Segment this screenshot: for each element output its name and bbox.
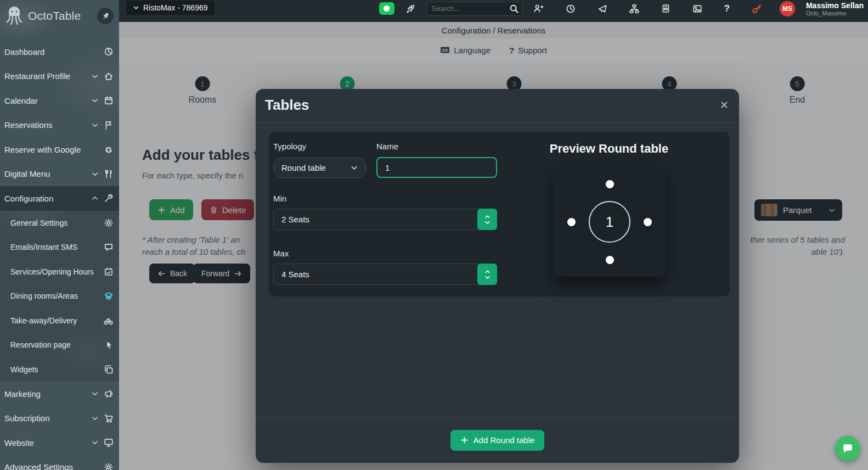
calendar-check-icon [104,267,114,277]
user-name: Massimo Sellan [806,2,864,10]
max-seats-input[interactable] [273,264,497,285]
chevron-up-icon [484,214,491,219]
table-form-card: Typology Round table Name Min Max Prev [269,132,730,296]
sidebar-subitem-reservation-page[interactable]: Reservation page [0,333,119,357]
sidebar-subitem-take-away-delivery[interactable]: Take-away/Delivery [0,309,119,333]
sidebar: OctoTable Dashboard Restaurant Profile C… [0,0,119,470]
cart-icon [104,413,114,423]
topbar: RistoMax - 786969 [119,0,868,22]
flag-icon [104,120,114,130]
gear-icon [104,462,114,470]
chat-bubble-icon [842,443,854,455]
sidebar-item-reservations[interactable]: Reservations [0,113,119,138]
sidebar-item-calendar[interactable]: Calendar [0,88,119,113]
preview-table-number: 1 [606,214,613,231]
sitemap-icon[interactable] [629,4,639,14]
sidebar-item-label: Subscription [4,413,50,423]
chevron-down-icon [350,164,358,172]
seat-dot [644,218,652,226]
workspace-selector[interactable]: RistoMax - 786969 [126,1,215,15]
sidebar-item-dashboard[interactable]: Dashboard [0,40,119,64]
preview-table-circle: 1 [589,201,630,243]
sidebar-item-advanced-settings[interactable]: Advanced Settings [0,455,119,470]
monitor-icon [104,438,114,447]
sidebar-item-label: General Settings [10,219,67,227]
min-seats-input[interactable] [273,209,497,230]
table-name-input[interactable] [376,157,497,178]
sidebar-item-label: Reserve with Google [4,145,81,154]
chevron-down-icon [91,121,99,129]
seat-dot [606,256,614,264]
modal-title: Tables [265,97,309,114]
user-handle: Octo_Massimo [806,10,864,16]
max-seats-stepper[interactable] [477,264,497,285]
sidebar-item-restaurant-profile[interactable]: Restaurant Profile [0,64,119,89]
sidebar-item-label: Dining rooms/Areas [10,292,78,300]
sidebar-item-subscription[interactable]: Subscription [0,406,119,431]
status-dot [384,5,390,12]
table-preview: 1 [553,167,666,277]
sidebar-subitem-services-opening-hours[interactable]: Services/Opening Hours [0,260,119,284]
layers-icon [104,291,114,301]
status-indicator[interactable] [379,2,394,15]
sidebar-item-website[interactable]: Website [0,430,119,455]
search-icon[interactable] [509,4,519,14]
utensils-icon [104,169,114,179]
sidebar-item-label: Reservation page [10,340,71,349]
send-icon[interactable] [598,4,607,14]
search-box [426,2,522,16]
app-title: OctoTable [28,9,81,23]
pin-sidebar-button[interactable] [97,8,114,24]
rocket-icon[interactable] [405,4,415,14]
user-meta[interactable]: Massimo Sellan Octo_Massimo [806,1,864,16]
search-input[interactable] [427,2,544,15]
chevron-up-icon [91,194,99,202]
max-seats-field [273,264,497,285]
chevron-down-icon [91,439,99,446]
seat-dot [606,180,614,188]
min-seats-stepper[interactable] [477,209,497,230]
help-icon[interactable]: ? [724,3,730,14]
plus-icon [460,436,469,444]
sidebar-item-marketing[interactable]: Marketing [0,382,119,406]
avatar[interactable]: MS [780,1,795,16]
chevron-down-icon [91,390,99,398]
sidebar-subitem-dining-rooms-areas[interactable]: Dining rooms/Areas [0,284,119,309]
calculator-icon[interactable] [661,4,670,13]
megaphone-icon [104,389,114,399]
key-icon[interactable] [752,3,762,14]
add-round-table-button[interactable]: Add Round table [450,430,545,451]
clock-icon[interactable] [566,4,576,14]
pin-icon [99,10,111,21]
close-icon[interactable] [719,100,729,110]
workspace-name: RistoMax - 786969 [143,3,208,12]
image-icon[interactable] [692,4,702,14]
sidebar-item-configuration[interactable]: Configuration [0,186,119,211]
sidebar-item-label: Reservations [4,120,53,130]
sidebar-item-digital-menu[interactable]: Digital Menu [0,162,119,187]
seat-dot [567,218,576,226]
typology-value: Round table [281,163,326,172]
sidebar-item-label: Digital Menu [4,169,50,178]
sidebar-subitem-emails-instant-sms[interactable]: Emails/Instant SMS [0,235,119,260]
calendar-icon [104,96,114,105]
sidebar-item-label: Advanced Settings [4,462,73,470]
sidebar-item-label: Marketing [4,389,41,399]
typology-select[interactable]: Round table [273,158,367,178]
sidebar-item-label: Calendar [4,96,38,105]
min-label: Min [273,194,286,203]
wrench-icon [104,193,114,203]
dashboard-icon [104,47,114,57]
min-seats-field [273,209,497,230]
sidebar-item-label: Take-away/Delivery [10,316,77,325]
widgets-icon [104,365,114,374]
name-label: Name [376,142,398,151]
chat-widget-button[interactable] [835,436,860,461]
tables-modal: Tables Typology Round table Name Min Max [256,89,739,463]
sidebar-subitem-general-settings[interactable]: General Settings [0,211,119,236]
sidebar-item-reserve-with-google[interactable]: Reserve with Google G [0,137,119,162]
chevron-down-icon [91,72,99,80]
typology-label: Typology [273,142,306,151]
configuration-submenu: General Settings Emails/Instant SMS Serv… [0,211,119,382]
sidebar-subitem-widgets[interactable]: Widgets [0,357,119,382]
